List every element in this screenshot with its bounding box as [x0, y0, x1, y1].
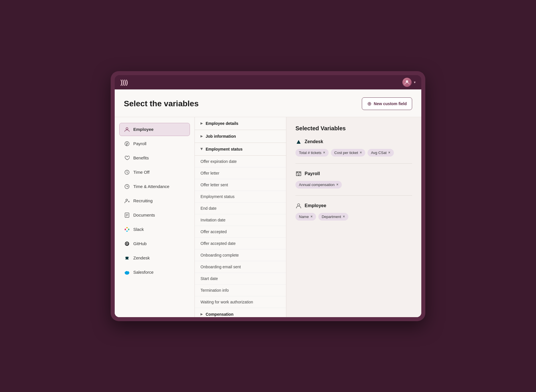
sidebar-item-benefits[interactable]: Benefits — [119, 151, 190, 165]
payroll-icon — [124, 141, 130, 147]
tag-cost-per-ticket-remove[interactable]: × — [360, 151, 362, 155]
title-bar-right: ▾ — [402, 78, 416, 87]
tag-total-tickets-remove[interactable]: × — [323, 151, 325, 155]
tag-annual-compensation-remove[interactable]: × — [336, 183, 338, 187]
sidebar-item-recruiting[interactable]: Recruiting — [119, 194, 190, 207]
sidebar-item-payroll-label: Payroll — [133, 141, 146, 146]
sidebar-item-time-off[interactable]: Time Off — [119, 166, 190, 179]
tag-cost-per-ticket[interactable]: Cost per ticket × — [331, 149, 365, 157]
sidebar-item-github-label: GitHub — [133, 241, 147, 246]
benefits-icon — [124, 155, 130, 161]
arrow-icon: ▶ — [200, 122, 203, 125]
employee-section-name: Employee — [305, 203, 326, 208]
menu-item-onboarding-complete[interactable]: Onboarding complete — [195, 249, 286, 261]
tag-avg-csat[interactable]: Avg CSat × — [368, 149, 394, 157]
tag-total-tickets[interactable]: Total # tickets × — [295, 149, 329, 157]
sidebar-item-employee[interactable]: Employee — [119, 123, 190, 136]
tag-avg-csat-label: Avg CSat — [371, 151, 387, 155]
sidebar-item-time-off-label: Time Off — [133, 170, 150, 175]
avatar-image — [402, 78, 412, 87]
middle-panel: ▶ Employee details ▶ Job information ▶ E… — [195, 117, 286, 317]
variable-section-employee: Employee Name × Department × — [295, 203, 412, 227]
main-content: Select the variables ⊕ New custom field — [115, 89, 421, 317]
section-employee-details[interactable]: ▶ Employee details — [195, 117, 286, 130]
app-logo: )))) — [120, 79, 128, 86]
right-panel: Selected Variables Zendesk Total # t — [286, 117, 421, 317]
tag-name[interactable]: Name × — [295, 213, 316, 221]
salesforce-icon — [124, 269, 130, 275]
title-bar: )))) ▾ — [115, 75, 421, 89]
time-attendance-icon — [124, 184, 130, 189]
zendesk-section-name: Zendesk — [305, 139, 323, 144]
page-header: Select the variables ⊕ New custom field — [115, 89, 421, 117]
variable-section-employee-header: Employee — [295, 203, 412, 209]
section-employment-status-label: Employment status — [206, 147, 243, 151]
section-job-information[interactable]: ▶ Job information — [195, 130, 286, 143]
svg-point-17 — [298, 174, 299, 175]
menu-item-offer-letter[interactable]: Offer letter — [195, 167, 286, 179]
sidebar-item-benefits-label: Benefits — [133, 155, 149, 160]
menu-item-employment-status[interactable]: Employment status — [195, 191, 286, 203]
tag-department-remove[interactable]: × — [343, 215, 345, 219]
tag-name-remove[interactable]: × — [311, 215, 313, 219]
menu-item-start-date[interactable]: Start date — [195, 273, 286, 285]
chevron-down-icon: ▾ — [414, 80, 416, 84]
tag-department[interactable]: Department × — [318, 213, 348, 221]
svg-point-1 — [126, 127, 128, 129]
category-sidebar: Employee Payroll — [115, 117, 195, 317]
sidebar-item-slack[interactable]: Slack — [119, 223, 190, 236]
avatar[interactable] — [402, 78, 412, 87]
svg-rect-11 — [128, 229, 129, 230]
sidebar-item-payroll[interactable]: Payroll — [119, 137, 190, 150]
employee-icon — [124, 127, 130, 132]
section-job-information-label: Job information — [206, 134, 236, 139]
sidebar-item-salesforce[interactable]: Salesforce — [119, 266, 190, 279]
svg-point-16 — [126, 271, 128, 273]
menu-item-onboarding-email-sent[interactable]: Onboarding email sent — [195, 261, 286, 273]
payroll-section-icon — [295, 171, 302, 177]
svg-point-14 — [125, 241, 129, 246]
tag-avg-csat-remove[interactable]: × — [388, 151, 390, 155]
sidebar-item-documents-label: Documents — [133, 213, 155, 217]
menu-item-offer-accepted-date[interactable]: Offer accepted date — [195, 238, 286, 249]
tag-annual-compensation[interactable]: Annual compensation × — [295, 181, 342, 189]
zendesk-sidebar-icon — [124, 255, 130, 261]
section-compensation-label: Compensation — [206, 312, 233, 317]
section-employment-status[interactable]: ▶ Employment status — [195, 143, 286, 156]
variable-section-zendesk-header: Zendesk — [295, 139, 412, 145]
variable-section-payroll-header: Payroll — [295, 171, 412, 177]
new-custom-field-button[interactable]: ⊕ New custom field — [362, 97, 412, 110]
sidebar-item-time-attendance-label: Time & Attendance — [133, 184, 169, 189]
zendesk-tags: Total # tickets × Cost per ticket × Avg … — [295, 149, 412, 157]
payroll-section-name: Payroll — [305, 171, 320, 176]
sidebar-item-zendesk-label: Zendesk — [133, 255, 150, 260]
documents-icon — [124, 212, 130, 218]
arrow-icon-comp: ▶ — [200, 313, 203, 316]
zendesk-section-icon — [295, 139, 302, 145]
menu-item-offer-expiration-date[interactable]: Offer expiration date — [195, 156, 286, 167]
menu-item-end-date[interactable]: End date — [195, 203, 286, 214]
menu-item-offer-letter-sent[interactable]: Offer letter sent — [195, 179, 286, 191]
menu-item-waiting-work-auth[interactable]: Waiting for work authorization — [195, 296, 286, 308]
svg-point-18 — [297, 204, 300, 206]
slack-icon — [124, 227, 130, 232]
selected-variables-title: Selected Variables — [295, 125, 412, 132]
sidebar-item-time-attendance[interactable]: Time & Attendance — [119, 180, 190, 193]
content-area: Employee Payroll — [115, 117, 421, 317]
sidebar-item-slack-label: Slack — [133, 227, 144, 232]
section-compensation[interactable]: ▶ Compensation — [195, 308, 286, 317]
arrow-icon-job: ▶ — [200, 135, 203, 138]
sidebar-item-github[interactable]: GitHub — [119, 237, 190, 250]
menu-item-invitation-date[interactable]: Invitation date — [195, 214, 286, 226]
plus-circle-icon: ⊕ — [367, 101, 372, 107]
menu-item-offer-accepted[interactable]: Offer accepted — [195, 226, 286, 238]
tag-cost-per-ticket-label: Cost per ticket — [334, 151, 358, 155]
sidebar-item-documents[interactable]: Documents — [119, 209, 190, 222]
variable-section-zendesk: Zendesk Total # tickets × Cost per ticke… — [295, 139, 412, 164]
payroll-tags: Annual compensation × — [295, 181, 412, 189]
time-off-icon — [124, 169, 130, 175]
sidebar-item-salesforce-label: Salesforce — [133, 270, 154, 275]
svg-rect-12 — [126, 227, 128, 228]
menu-item-termination-info[interactable]: Termination info — [195, 285, 286, 296]
sidebar-item-zendesk[interactable]: Zendesk — [119, 251, 190, 265]
